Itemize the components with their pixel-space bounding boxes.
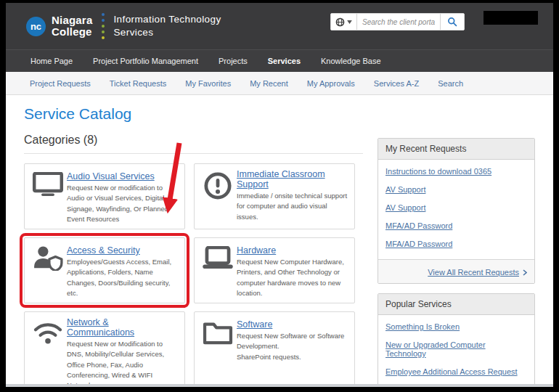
search-scope-dropdown[interactable] xyxy=(331,14,357,30)
brand-logo[interactable]: nc Niagara College Information Technolog… xyxy=(26,3,221,49)
brand-line2: College xyxy=(52,26,92,38)
laptop-icon xyxy=(199,243,237,298)
globe-icon xyxy=(335,17,345,27)
page-title: Service Catalog xyxy=(24,105,131,123)
dept-line1: Information Technology xyxy=(113,13,221,26)
site-header: nc Niagara College Information Technolog… xyxy=(6,3,553,49)
category-description: Request New Computer Hardware, Printers,… xyxy=(237,257,348,298)
chevron-down-icon xyxy=(347,20,352,24)
heading-divider xyxy=(24,153,363,154)
nav-services[interactable]: Services xyxy=(258,57,311,65)
category-description: Immediate / onsite technical support for… xyxy=(237,191,348,222)
category-card-access-security[interactable]: Access & Security Employees/Guests Acces… xyxy=(24,237,185,303)
redacted-user-info xyxy=(483,11,538,25)
nav-home-page[interactable]: Home Page xyxy=(20,57,83,65)
view-all-label: View All Recent Requests xyxy=(428,268,519,277)
wifi-icon xyxy=(29,317,67,387)
dotted-divider xyxy=(102,13,105,39)
category-grid: Audio Visual Services Request New or mod… xyxy=(24,163,355,387)
recent-request-link[interactable]: AV Support xyxy=(385,185,425,194)
nav-search[interactable]: Search xyxy=(428,79,473,88)
category-link[interactable]: Audio Visual Services xyxy=(67,171,155,181)
category-link[interactable]: Network & Communications xyxy=(67,317,179,338)
category-link[interactable]: Access & Security xyxy=(67,245,140,256)
popular-services-panel: Popular Services Something Is Broken New… xyxy=(378,293,535,387)
category-card-software[interactable]: Software Request New Software or Softwar… xyxy=(194,311,355,387)
secondary-nav: Project Requests Ticket Requests My Favo… xyxy=(6,72,553,95)
category-link[interactable]: Software xyxy=(237,319,272,330)
search-button[interactable] xyxy=(440,14,464,30)
nav-my-approvals[interactable]: My Approvals xyxy=(298,79,364,88)
category-card-network-communications[interactable]: Network & Communications Request New or … xyxy=(24,311,185,387)
category-link[interactable]: Hardware xyxy=(237,245,276,256)
brand-name: Niagara College xyxy=(52,15,92,38)
client-portal-page: nc Niagara College Information Technolog… xyxy=(6,3,553,387)
nav-project-portfolio-management[interactable]: Project Portfolio Management xyxy=(83,57,208,65)
category-card-hardware[interactable]: Hardware Request New Computer Hardware, … xyxy=(194,237,355,303)
nav-ticket-requests[interactable]: Ticket Requests xyxy=(100,79,176,88)
nav-my-recent[interactable]: My Recent xyxy=(240,79,298,88)
popular-service-link[interactable]: Something Is Broken xyxy=(385,322,460,331)
monitor-icon xyxy=(29,169,67,224)
category-description: Request New or modification to Audio or … xyxy=(67,183,179,224)
primary-nav: Home Page Project Portfolio Management P… xyxy=(6,49,553,72)
categories-heading: Categories (8) xyxy=(24,134,363,147)
magnifier-icon xyxy=(447,17,457,27)
nav-projects[interactable]: Projects xyxy=(208,57,258,65)
person-shield-icon xyxy=(29,243,67,298)
sidebar: My Recent Requests Instructions to downl… xyxy=(378,138,535,387)
folder-icon xyxy=(199,317,237,387)
category-description: Employees/Guests Access, Email, Applicat… xyxy=(67,257,179,298)
popular-service-link[interactable]: New or Upgraded Computer Technology xyxy=(385,340,527,358)
category-link[interactable]: Immediate Classroom Support xyxy=(237,169,348,189)
recent-request-link[interactable]: AV Support xyxy=(385,203,425,212)
portal-search xyxy=(330,13,465,30)
view-all-recent-requests-link[interactable]: View All Recent Requests xyxy=(428,268,527,277)
popular-service-link[interactable]: Employee Additional Access Request xyxy=(385,367,518,376)
chevron-right-icon xyxy=(523,269,527,276)
recent-request-link[interactable]: MFA/AD Password xyxy=(385,221,452,230)
category-card-immediate-classroom-support[interactable]: Immediate Classroom Support Immediate / … xyxy=(194,163,355,229)
nav-services-a-z[interactable]: Services A-Z xyxy=(364,79,428,88)
brand-line1: Niagara xyxy=(52,15,92,26)
my-recent-requests-panel: My Recent Requests Instructions to downl… xyxy=(378,138,535,284)
recent-request-link[interactable]: Instructions to download 0365 xyxy=(385,167,491,176)
panel-title: My Recent Requests xyxy=(378,139,534,160)
recent-request-link[interactable]: MFA/AD Password xyxy=(385,240,452,248)
category-description: Request New Software or Software Develop… xyxy=(237,331,348,362)
bottom-edge xyxy=(6,384,553,387)
panel-title: Popular Services xyxy=(378,294,534,315)
dept-line2: Services xyxy=(113,26,221,39)
category-description: Request New or Modification to DNS, Mobi… xyxy=(67,339,179,387)
alert-circle-icon xyxy=(199,169,237,224)
category-card-audio-visual[interactable]: Audio Visual Services Request New or mod… xyxy=(24,163,185,229)
nc-logo-icon: nc xyxy=(26,17,46,36)
search-input[interactable] xyxy=(357,14,440,30)
department-name: Information Technology Services xyxy=(113,13,221,39)
nav-my-favorites[interactable]: My Favorites xyxy=(176,79,240,88)
nav-knowledge-base[interactable]: Knowledge Base xyxy=(311,57,391,65)
nav-project-requests[interactable]: Project Requests xyxy=(20,79,100,88)
